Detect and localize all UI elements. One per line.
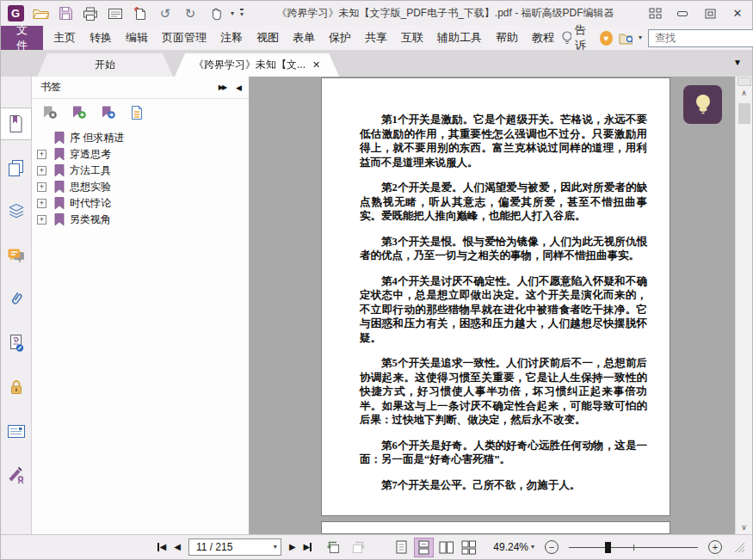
hand-tool-button[interactable]: [206, 4, 225, 23]
panel-tab-fields[interactable]: [1, 415, 32, 447]
zoom-in-button[interactable]: +: [708, 540, 722, 554]
open-file-button[interactable]: [31, 4, 50, 23]
zoom-caret-icon[interactable]: ▾: [531, 544, 534, 551]
close-window-button[interactable]: ✕: [730, 6, 745, 22]
single-page-view-button[interactable]: [392, 538, 410, 557]
zoom-out-button[interactable]: −: [545, 540, 559, 554]
restore-icon: [705, 9, 716, 19]
panel-tab-security[interactable]: [1, 371, 32, 403]
expand-plus-icon[interactable]: +: [37, 199, 46, 208]
menu-item[interactable]: 共享: [358, 30, 394, 46]
panel-tab-pages[interactable]: [1, 151, 32, 184]
new-document-button[interactable]: [131, 4, 150, 23]
tab-overflow-icon[interactable]: ▼: [733, 58, 742, 67]
search-input[interactable]: [653, 31, 753, 45]
menu-item[interactable]: 表单: [286, 30, 322, 46]
close-tab-icon[interactable]: ✕: [312, 59, 320, 71]
document-view[interactable]: 第1个开关是激励。它是个超级开关。芒格说，永远不要低估激励的作用，其重要性怎么强…: [250, 77, 752, 534]
menu-item[interactable]: 页面管理: [155, 30, 213, 46]
next-view-icon[interactable]: [350, 540, 367, 555]
menu-file-button[interactable]: 文件: [1, 26, 43, 50]
tell-me-label[interactable]: 告诉: [575, 22, 594, 53]
pdf-page[interactable]: 第1个开关是激励。它是个超级开关。芒格说，永远不要低估激励的作用，其重要性怎么强…: [322, 78, 670, 515]
panel-tab-layers[interactable]: [1, 195, 32, 228]
vertical-scrollbar[interactable]: ∧ ∨: [735, 77, 752, 534]
scroll-down-icon[interactable]: ∨: [741, 520, 747, 534]
panel-tab-comments[interactable]: [1, 239, 32, 272]
app-menu-button[interactable]: G: [6, 4, 25, 23]
save-button[interactable]: [56, 4, 75, 23]
resize-grip-icon[interactable]: [734, 542, 745, 553]
panel-tab-digital-signatures[interactable]: [1, 327, 32, 360]
bookmark-item[interactable]: + 另类视角: [32, 212, 249, 228]
page-combo-caret-icon[interactable]: ▾: [274, 544, 277, 551]
last-page-button[interactable]: ▶: [304, 538, 312, 556]
email-button[interactable]: [106, 4, 125, 23]
search-folder-caret-icon[interactable]: ▾: [639, 34, 642, 41]
menu-item[interactable]: 视图: [250, 30, 286, 46]
first-page-button[interactable]: ◀: [157, 538, 166, 556]
lightbulb-icon: [692, 93, 714, 117]
tab-start[interactable]: 开始: [37, 53, 173, 77]
pdf-next-page-edge[interactable]: [322, 522, 670, 533]
bookmark-ribbon-icon: [54, 181, 65, 194]
menu-item[interactable]: 转换: [83, 30, 119, 46]
print-button[interactable]: [81, 4, 100, 23]
search-folder-icon[interactable]: [619, 32, 633, 45]
continuous-facing-view-button[interactable]: [460, 538, 478, 557]
menu-item[interactable]: 互联: [394, 30, 430, 46]
redo-button[interactable]: ↻: [181, 4, 200, 23]
menu-item[interactable]: 辅助工具: [430, 30, 489, 46]
zoom-slider-thumb[interactable]: [605, 542, 611, 553]
goto-bookmark-icon[interactable]: [101, 105, 117, 120]
scroll-up-icon[interactable]: ∧: [741, 86, 747, 100]
menu-item[interactable]: 保护: [322, 30, 358, 46]
previous-view-icon[interactable]: [325, 540, 342, 555]
redo-icon: ↻: [185, 7, 196, 20]
undo-button[interactable]: ↺: [156, 4, 175, 23]
menu-item[interactable]: 教程: [525, 30, 561, 46]
scrollbar-split-handle[interactable]: [738, 77, 751, 86]
printer-icon: [83, 7, 98, 21]
continuous-view-button[interactable]: [415, 538, 433, 557]
favorite-heart-icon[interactable]: ♥: [600, 31, 613, 46]
hand-tool-caret-icon[interactable]: ▾: [231, 10, 234, 17]
panel-expand-icon[interactable]: ▶▶: [219, 83, 225, 91]
expand-plus-icon[interactable]: +: [37, 150, 46, 159]
add-bookmark-icon[interactable]: [71, 105, 88, 120]
expand-plus-icon[interactable]: +: [37, 182, 46, 192]
bookmark-item[interactable]: + 方法工具: [32, 163, 249, 179]
zoom-percentage[interactable]: 49.24%: [493, 541, 528, 553]
menu-items: 主页 转换 编辑 页面管理 注释 视图 表单 保护 共享 互联 辅助工具: [46, 30, 561, 46]
menu-item[interactable]: 编辑: [119, 30, 155, 46]
page-view-modes: [392, 538, 478, 557]
document-tab-bar: 开始 《跨界学习》未知【文... ✕ ▼: [1, 50, 752, 77]
restore-button[interactable]: [702, 6, 718, 22]
facing-view-button[interactable]: [437, 538, 455, 557]
menu-item[interactable]: 注释: [213, 30, 250, 46]
panel-tab-sign[interactable]: [1, 458, 32, 491]
tab-document[interactable]: 《跨界学习》未知【文... ✕: [175, 53, 339, 77]
delete-bookmark-icon[interactable]: [42, 105, 59, 120]
tell-me-bulb-icon[interactable]: [561, 30, 571, 46]
menu-item[interactable]: 主页: [46, 30, 83, 46]
expand-bookmarks-icon[interactable]: [130, 105, 145, 120]
expand-plus-icon[interactable]: +: [37, 166, 46, 175]
menu-item[interactable]: 帮助: [489, 30, 525, 46]
panel-collapse-icon[interactable]: ◀: [236, 83, 242, 92]
bookmark-item[interactable]: + 时代悖论: [32, 195, 249, 212]
scrollbar-thumb[interactable]: [738, 103, 750, 124]
panel-tab-bookmarks[interactable]: [1, 108, 32, 140]
arrange-windows-button[interactable]: [647, 6, 663, 22]
previous-page-button[interactable]: ◀: [174, 538, 181, 556]
bookmark-item[interactable]: + 思想实验: [32, 179, 249, 195]
assistant-bulb-button[interactable]: [683, 85, 722, 124]
expand-plus-icon[interactable]: +: [37, 215, 46, 225]
bookmark-item[interactable]: + 穿透思考: [32, 146, 249, 163]
zoom-slider[interactable]: [569, 540, 698, 554]
bookmark-item[interactable]: + 序 但求精进: [32, 130, 249, 146]
panel-tab-attachments[interactable]: [1, 283, 32, 316]
next-page-button[interactable]: ▶: [289, 538, 296, 556]
minimize-button[interactable]: [675, 6, 690, 22]
page-number-input[interactable]: [194, 540, 274, 554]
